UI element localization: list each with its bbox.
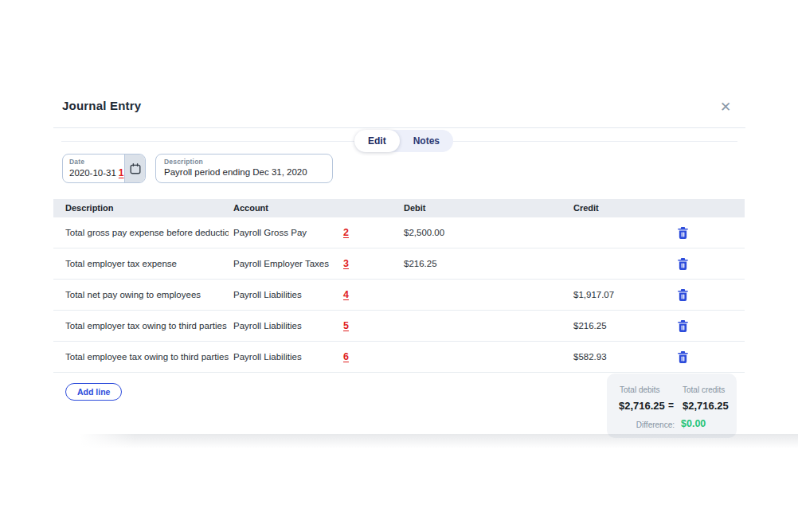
description-value: Payroll period ending Dec 31, 2020: [164, 167, 324, 177]
row-description[interactable]: Total employer tax expense: [65, 259, 177, 268]
table-row: Total net pay owing to employees Payroll…: [53, 280, 745, 311]
row-account[interactable]: Payroll Employer Taxes: [233, 259, 329, 268]
description-field[interactable]: Description Payroll period ending Dec 31…: [155, 154, 333, 183]
table-header: Description Account Debit Credit: [53, 199, 745, 217]
total-debits-label: Total debits: [620, 385, 660, 394]
trash-icon: [678, 227, 688, 239]
description-label: Description: [164, 158, 324, 166]
row-account[interactable]: Payroll Gross Pay: [233, 228, 307, 237]
annotation-5: 5: [343, 320, 349, 331]
title-divider: [53, 127, 745, 128]
header-debit: Debit: [404, 203, 426, 213]
journal-lines-table: Description Account Debit Credit Total g…: [53, 199, 745, 373]
row-debit[interactable]: $216.25: [404, 259, 437, 268]
close-icon[interactable]: ✕: [715, 97, 736, 118]
totals-summary: Total debits Total credits $2,716.25 = $…: [607, 374, 737, 438]
row-debit[interactable]: $2,500.00: [404, 228, 444, 237]
delete-row-button[interactable]: [674, 225, 691, 241]
date-value: 2020-10-311: [69, 167, 124, 178]
delete-row-button[interactable]: [674, 318, 691, 334]
row-description[interactable]: Total employee tax owing to third partie…: [65, 352, 229, 362]
date-field[interactable]: Date 2020-10-311: [62, 154, 146, 183]
row-credit[interactable]: $582.93: [573, 352, 607, 362]
tab-edit[interactable]: Edit: [354, 130, 400, 152]
tab-group: Edit Notes: [354, 130, 453, 152]
header-description: Description: [65, 203, 114, 213]
calendar-glyph: [130, 163, 141, 174]
date-text: 2020-10-31: [69, 168, 116, 178]
row-description[interactable]: Total employer tax owing to third partie…: [65, 321, 227, 331]
row-account[interactable]: Payroll Liabilities: [233, 352, 302, 362]
date-label: Date: [69, 158, 124, 166]
table-row: Total gross pay expense before deductio.…: [53, 217, 745, 248]
trash-icon: [678, 258, 688, 270]
trash-icon: [678, 320, 688, 332]
annotation-6: 6: [343, 351, 349, 362]
table-row: Total employee tax owing to third partie…: [53, 342, 745, 373]
row-credit[interactable]: $216.25: [573, 321, 607, 331]
total-credits-label: Total credits: [683, 385, 725, 394]
table-row: Total employer tax owing to third partie…: [53, 311, 745, 342]
annotation-3: 3: [343, 258, 349, 269]
trash-icon: [678, 351, 688, 363]
annotation-2: 2: [343, 227, 349, 238]
add-line-button[interactable]: Add line: [65, 383, 122, 401]
difference-label: Difference:: [607, 421, 675, 429]
table-row: Total employer tax expense Payroll Emplo…: [53, 248, 745, 280]
tab-notes[interactable]: Notes: [400, 130, 453, 152]
row-account[interactable]: Payroll Liabilities: [233, 290, 302, 299]
annotation-1: 1: [119, 167, 124, 178]
total-debits-value: $2,716.25: [619, 400, 665, 412]
row-description[interactable]: Total net pay owing to employees: [65, 290, 201, 299]
calendar-icon[interactable]: [124, 155, 145, 182]
total-credits-value: $2,716.25: [683, 400, 729, 412]
journal-entry-modal: Journal Entry ✕ Edit Notes Date 2020-10-…: [0, 0, 798, 532]
row-description[interactable]: Total gross pay expense before deductio.…: [65, 228, 229, 237]
header-account: Account: [233, 203, 268, 213]
date-input[interactable]: Date 2020-10-311: [63, 155, 124, 182]
delete-row-button[interactable]: [674, 287, 691, 303]
difference-value: $0.00: [681, 418, 706, 429]
row-account[interactable]: Payroll Liabilities: [233, 321, 302, 331]
header-credit: Credit: [573, 203, 599, 213]
row-credit[interactable]: $1,917.07: [573, 290, 614, 299]
delete-row-button[interactable]: [674, 349, 691, 365]
delete-row-button[interactable]: [674, 256, 691, 272]
trash-icon: [678, 289, 688, 301]
page-title: Journal Entry: [62, 99, 141, 112]
equals-sign: =: [668, 400, 674, 411]
annotation-4: 4: [343, 289, 349, 300]
